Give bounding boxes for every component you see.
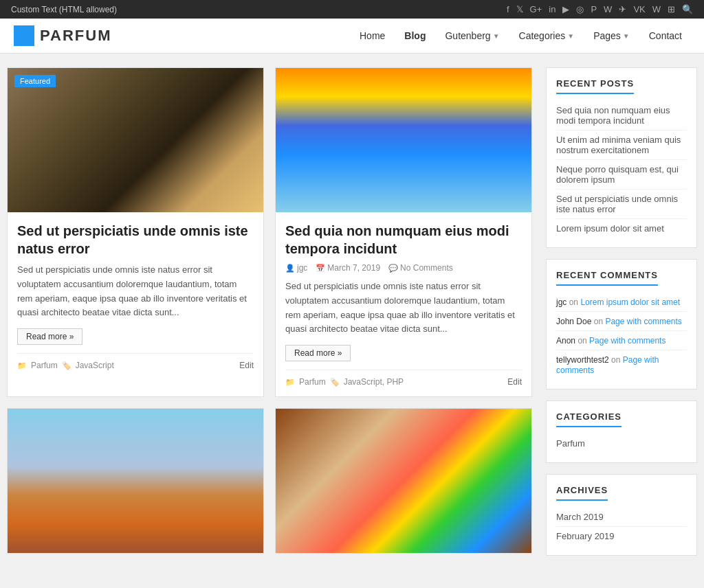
pinterest-icon[interactable]: P — [591, 4, 597, 14]
post-card — [275, 408, 532, 554]
comment-post-link[interactable]: Page with comments — [589, 336, 666, 346]
rss-icon[interactable]: ⊞ — [668, 4, 675, 14]
tunnel-image — [8, 68, 263, 212]
topbar-custom-text: Custom Text (HTML allowed) — [11, 5, 117, 14]
whatsapp-icon[interactable]: W — [652, 4, 661, 14]
post-tag-list[interactable]: JavaScript — [76, 361, 114, 370]
comment-icon — [388, 264, 398, 273]
post-title[interactable]: Sed quia non numquam eius modi tempora i… — [285, 222, 522, 258]
post-card — [7, 408, 264, 554]
post-image — [276, 68, 531, 212]
logo-box — [14, 25, 34, 46]
vk-icon[interactable]: VK — [633, 4, 645, 14]
post-excerpt: Sed ut perspiciatis unde omnis iste natu… — [285, 280, 522, 337]
folder-icon — [17, 361, 27, 370]
comment-author[interactable]: Anon — [556, 336, 575, 346]
post-comments-meta: No Comments — [388, 263, 453, 273]
main-layout: Featured Sed ut perspiciatis unde omnis … — [0, 54, 704, 580]
post-category[interactable]: Parfum — [299, 377, 326, 387]
post-tags: Parfum JavaScript, PHP — [285, 377, 404, 387]
post-category[interactable]: Parfum — [31, 361, 58, 370]
comment-author[interactable]: John Doe — [556, 317, 591, 326]
comment-on: on — [578, 336, 589, 346]
linkedin-icon[interactable]: in — [549, 4, 556, 14]
post-tag-list[interactable]: JavaScript, PHP — [344, 377, 404, 387]
calendar-icon — [316, 264, 325, 273]
instagram-icon[interactable]: ◎ — [576, 4, 584, 14]
list-item[interactable]: Ut enim ad minima veniam quis nostrum ex… — [556, 131, 687, 160]
featured-badge: Featured — [14, 75, 56, 87]
read-more-button[interactable]: Read more » — [285, 345, 351, 361]
post-title[interactable]: Sed ut perspiciatis unde omnis iste natu… — [17, 222, 254, 258]
post-comments: No Comments — [400, 263, 453, 273]
tag-icon — [62, 361, 72, 370]
nav-blog[interactable]: Blog — [396, 26, 434, 45]
list-item[interactable]: Neque porro quisquam est, qui dolorem ip… — [556, 160, 687, 190]
categories-title: CATEGORIES — [556, 411, 622, 427]
blog-content: Featured Sed ut perspiciatis unde omnis … — [7, 67, 532, 567]
list-item[interactable]: Parfum — [556, 434, 687, 453]
twitter-icon[interactable]: 𝕏 — [516, 4, 523, 14]
sidebar: RECENT POSTS Sed quia non numquam eius m… — [546, 67, 697, 567]
post-card: Sed quia non numquam eius modi tempora i… — [275, 67, 532, 397]
read-more-button[interactable]: Read more » — [17, 328, 82, 345]
recent-comments-widget: RECENT COMMENTS jgc on Lorem ipsum dolor… — [546, 259, 697, 389]
comment-on: on — [594, 317, 606, 326]
search-icon[interactable]: 🔍 — [682, 4, 693, 14]
social-icons-bar: f 𝕏 G+ in ▶ ◎ P W ✈ VK W ⊞ 🔍 — [507, 4, 693, 14]
nav-pages[interactable]: Pages ▼ — [585, 26, 638, 45]
categories-dropdown-icon: ▼ — [567, 32, 574, 40]
recent-posts-title: RECENT POSTS — [556, 78, 634, 94]
site-header: PARFUM Home Blog Gutenberg ▼ Categories … — [0, 19, 704, 54]
post-meta: jgc March 7, 2019 No Comments — [285, 263, 522, 273]
googleplus-icon[interactable]: G+ — [530, 4, 542, 14]
facebook-icon[interactable]: f — [507, 4, 509, 14]
edit-link[interactable]: Edit — [239, 361, 254, 370]
post-author: jgc — [297, 263, 307, 273]
pages-dropdown-icon: ▼ — [623, 32, 630, 40]
comment-post-link[interactable]: Lorem ipsum dolor sit amet — [580, 297, 680, 307]
comment-author[interactable]: tellyworthtest2 — [556, 355, 609, 365]
post-body: Sed quia non numquam eius modi tempora i… — [276, 212, 531, 396]
main-nav: Home Blog Gutenberg ▼ Categories ▼ Pages… — [351, 26, 690, 45]
post-footer: Parfum JavaScript Edit — [17, 353, 254, 370]
nav-home[interactable]: Home — [351, 26, 393, 45]
list-item[interactable]: Lorem ipsum dolor sit amet — [556, 219, 687, 238]
list-item: tellyworthtest2 on Page with comments — [556, 350, 687, 379]
city-image — [276, 68, 531, 212]
comment-author[interactable]: jgc — [556, 297, 566, 307]
telegram-icon[interactable]: ✈ — [619, 4, 626, 14]
list-item[interactable]: Sed quia non numquam eius modi tempora i… — [556, 101, 687, 131]
list-item[interactable]: Sed ut perspiciatis unde omnis iste natu… — [556, 190, 687, 219]
nav-categories[interactable]: Categories ▼ — [511, 26, 583, 45]
comment-meta: jgc on Lorem ipsum dolor sit amet — [556, 297, 680, 307]
post-image — [8, 409, 263, 553]
post-date-meta: March 7, 2019 — [316, 263, 380, 273]
abacus-image — [276, 409, 531, 553]
list-item[interactable]: February 2019 — [556, 527, 687, 545]
wordpress-icon[interactable]: W — [604, 4, 612, 14]
comment-meta: Anon on Page with comments — [556, 336, 666, 346]
post-grid: Featured Sed ut perspiciatis unde omnis … — [7, 67, 532, 554]
edit-link[interactable]: Edit — [507, 377, 522, 387]
post-card: Featured Sed ut perspiciatis unde omnis … — [7, 67, 264, 397]
categories-list: Parfum — [556, 434, 687, 453]
post-body: Sed ut perspiciatis unde omnis iste natu… — [8, 212, 263, 380]
list-item: jgc on Lorem ipsum dolor sit amet — [556, 293, 687, 312]
site-logo[interactable]: PARFUM — [14, 25, 111, 46]
buildings-image — [8, 409, 263, 553]
comment-meta: John Doe on Page with comments — [556, 317, 682, 326]
recent-posts-list: Sed quia non numquam eius modi tempora i… — [556, 101, 687, 238]
list-item: Anon on Page with comments — [556, 331, 687, 350]
nav-contact[interactable]: Contact — [641, 26, 690, 45]
comment-post-link[interactable]: Page with comments — [605, 317, 681, 326]
nav-gutenberg[interactable]: Gutenberg ▼ — [437, 26, 507, 45]
logo-text: PARFUM — [40, 27, 111, 45]
post-footer: Parfum JavaScript, PHP Edit — [285, 370, 522, 387]
archives-widget: ARCHIVES March 2019 February 2019 — [546, 474, 697, 556]
recent-posts-widget: RECENT POSTS Sed quia non numquam eius m… — [546, 67, 697, 248]
list-item[interactable]: March 2019 — [556, 508, 687, 527]
youtube-icon[interactable]: ▶ — [562, 4, 569, 14]
comment-meta: tellyworthtest2 on Page with comments — [556, 355, 659, 375]
recent-comments-title: RECENT COMMENTS — [556, 270, 658, 286]
